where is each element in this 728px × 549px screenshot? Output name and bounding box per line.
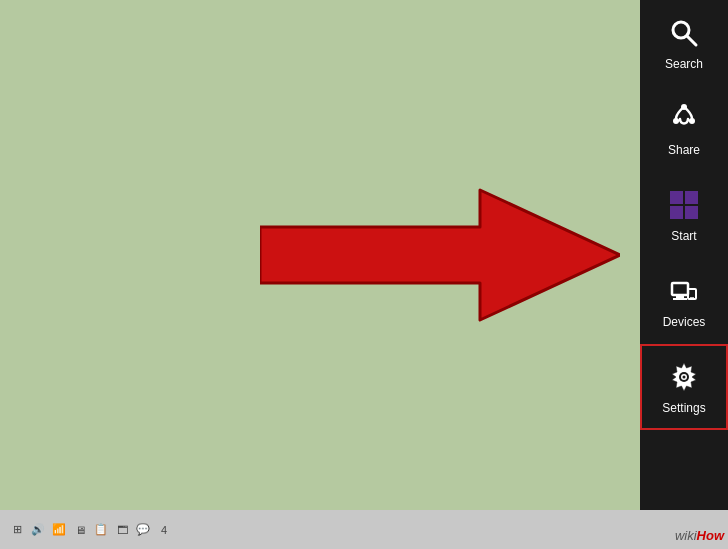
taskbar-system-tray: ⊞ 🔊 📶 🖥 📋 🗔 💬 4 <box>8 521 173 539</box>
charm-search-label: Search <box>665 57 703 71</box>
svg-rect-11 <box>676 295 684 298</box>
taskbar: ⊞ 🔊 📶 🖥 📋 🗔 💬 4 wikiHow <box>0 510 728 549</box>
wikihow-branding: wikiHow <box>675 528 724 543</box>
svg-point-19 <box>683 376 686 379</box>
svg-point-4 <box>673 118 679 124</box>
charm-share[interactable]: Share <box>640 86 728 172</box>
charm-devices-label: Devices <box>663 315 706 329</box>
svg-rect-8 <box>670 206 683 219</box>
charm-start-label: Start <box>671 229 696 243</box>
tray-icon-8[interactable]: 4 <box>155 521 173 539</box>
search-icon <box>666 15 702 51</box>
tray-icon-2[interactable]: 🔊 <box>29 521 47 539</box>
settings-icon <box>666 359 702 395</box>
tray-icon-5[interactable]: 📋 <box>92 521 110 539</box>
svg-line-2 <box>687 36 696 45</box>
tray-icon-4[interactable]: 🖥 <box>71 521 89 539</box>
arrow-indicator <box>260 185 620 325</box>
wikihow-how: How <box>697 528 724 543</box>
svg-rect-10 <box>672 283 688 295</box>
charm-search[interactable]: Search <box>640 0 728 86</box>
tray-icon-1[interactable]: ⊞ <box>8 521 26 539</box>
svg-point-5 <box>689 118 695 124</box>
devices-icon <box>666 273 702 309</box>
svg-rect-6 <box>670 191 683 204</box>
tray-icon-7[interactable]: 💬 <box>134 521 152 539</box>
charm-settings-label: Settings <box>662 401 705 415</box>
share-icon <box>666 101 702 137</box>
wikihow-wiki: wiki <box>675 528 697 543</box>
start-icon <box>666 187 702 223</box>
svg-point-3 <box>681 104 687 110</box>
charm-start[interactable]: Start <box>640 172 728 258</box>
svg-rect-7 <box>685 191 698 204</box>
svg-rect-9 <box>685 206 698 219</box>
tray-icon-6[interactable]: 🗔 <box>113 521 131 539</box>
svg-rect-12 <box>673 298 687 300</box>
charms-bar: Search Share Start <box>640 0 728 510</box>
charm-devices[interactable]: Devices <box>640 258 728 344</box>
svg-marker-0 <box>260 190 620 320</box>
tray-icon-3[interactable]: 📶 <box>50 521 68 539</box>
charm-share-label: Share <box>668 143 700 157</box>
charm-settings[interactable]: Settings <box>640 344 728 430</box>
